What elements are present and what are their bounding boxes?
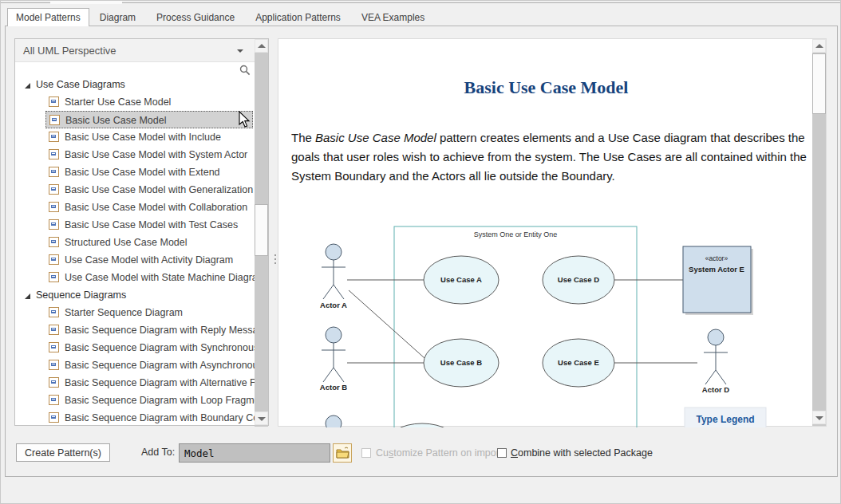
- scrollbar-thumb[interactable]: [255, 204, 268, 256]
- diagram-icon: [49, 342, 59, 352]
- use-case-d-label: Use Case D: [558, 275, 599, 284]
- diagram-icon: [49, 395, 59, 405]
- tree-item[interactable]: Use Case Model with State Machine Diagra…: [45, 269, 253, 286]
- tree-item[interactable]: Basic Sequence Diagram with Asynchronous…: [45, 356, 253, 374]
- description-italic-text: Basic Use Case Model: [315, 131, 436, 144]
- tab-strip: Model Patterns Diagram Process Guidance …: [7, 8, 435, 26]
- tab-diagram[interactable]: Diagram: [89, 9, 146, 26]
- panel-splitter[interactable]: [274, 252, 277, 270]
- add-to-label: Add To:: [141, 443, 175, 462]
- diagram-icon: [49, 184, 59, 195]
- collapse-triangle-icon[interactable]: [25, 293, 30, 299]
- scroll-up-button[interactable]: [812, 39, 826, 53]
- actor-d-label: Actor D: [702, 385, 729, 394]
- arrow-up-icon: [258, 44, 266, 48]
- tree-scrollbar[interactable]: [255, 39, 268, 427]
- window-top-border: [1, 2, 840, 3]
- scrollbar-thumb[interactable]: [812, 53, 826, 114]
- type-legend-box: Type Legend: [685, 408, 766, 427]
- use-case-b-label: Use Case B: [440, 358, 482, 367]
- tree-item-selected[interactable]: Basic Use Case Model: [45, 111, 253, 128]
- system-actor-stereotype: «actor»: [705, 254, 728, 262]
- pattern-tree-panel: All UML Perspective Use Case Diagrams St…: [14, 38, 269, 426]
- window-top-border-gap: [50, 1, 122, 4]
- system-boundary-label: System One or Entity One: [474, 230, 558, 238]
- preview-description: The Basic Use Case Model pattern creates…: [291, 128, 815, 186]
- diagram-icon: [49, 254, 59, 265]
- tree-item[interactable]: Basic Use Case Model with Generalization: [45, 181, 253, 199]
- scroll-up-button[interactable]: [255, 39, 268, 53]
- customize-pattern-label: Customize Pattern on import: [376, 443, 502, 462]
- tree-item[interactable]: Basic Use Case Model with System Actor: [45, 146, 253, 163]
- collapse-triangle-icon[interactable]: [25, 83, 30, 89]
- type-legend-title: Type Legend: [696, 414, 754, 425]
- tree-item-label: Basic Sequence Diagram with Loop Fragmen…: [65, 392, 255, 409]
- tree-item[interactable]: Structured Use Case Model: [45, 234, 253, 251]
- tree-item[interactable]: Basic Use Case Model with Test Cases: [45, 216, 253, 234]
- tree-item[interactable]: Basic Use Case Model with Collaboration: [45, 199, 253, 216]
- tree-item-label: Structured Use Case Model: [65, 234, 188, 251]
- tree-item[interactable]: Basic Use Case Model with Include: [45, 128, 253, 146]
- description-text: The: [291, 131, 315, 144]
- tree-group-use-case-diagrams[interactable]: Use Case Diagrams: [15, 76, 255, 93]
- tree-item-label: Basic Use Case Model with Test Cases: [65, 216, 238, 234]
- perspective-dropdown[interactable]: All UML Perspective: [15, 39, 255, 62]
- browse-folder-button[interactable]: [333, 443, 352, 463]
- diagram-icon: [49, 202, 59, 212]
- tab-model-patterns[interactable]: Model Patterns: [7, 8, 89, 26]
- preview-title: Basic Use Case Model: [278, 77, 814, 98]
- diagram-icon: [49, 377, 59, 388]
- tab-application-patterns[interactable]: Application Patterns: [245, 9, 351, 26]
- add-to-input[interactable]: [179, 443, 330, 463]
- actor-b-label: Actor B: [320, 383, 347, 392]
- mouse-cursor: [239, 111, 251, 128]
- actor-a-label: Actor A: [320, 301, 347, 309]
- arrow-up-icon: [815, 44, 823, 48]
- tree-item[interactable]: Basic Sequence Diagram with Boundary Con…: [45, 409, 253, 427]
- tree-item-label: Basic Sequence Diagram with Boundary Con…: [65, 409, 255, 427]
- use-case-ellipses: Use Case A Use Case D Use Case B Use Cas…: [385, 256, 614, 427]
- chevron-down-icon: [237, 49, 243, 53]
- tree-item-label: Basic Use Case Model with System Actor: [65, 146, 247, 163]
- diagram-icon: [49, 412, 59, 423]
- system-actor-box: «actor» System Actor E: [683, 246, 753, 315]
- tree-group-sequence-diagrams[interactable]: Sequence Diagrams: [15, 286, 255, 304]
- tree-item-label: Basic Use Case Model: [65, 112, 166, 129]
- diagram-icon: [49, 237, 59, 247]
- tree-item[interactable]: Basic Sequence Diagram with Alternative …: [45, 374, 253, 392]
- scroll-down-button[interactable]: [812, 411, 826, 424]
- tree-item[interactable]: Basic Sequence Diagram with Reply Messag…: [45, 321, 253, 339]
- tree-item-label: Basic Sequence Diagram with Reply Messag…: [65, 321, 255, 339]
- model-patterns-page: All UML Perspective Use Case Diagrams St…: [5, 26, 838, 477]
- search-icon[interactable]: [239, 65, 251, 76]
- scroll-down-button[interactable]: [255, 411, 268, 425]
- diagram-icon: [49, 167, 59, 177]
- tree-item[interactable]: Starter Use Case Model: [45, 93, 253, 111]
- customize-pattern-checkbox[interactable]: [361, 448, 371, 458]
- actor-d-figure: [704, 329, 728, 384]
- tree-item-label: Basic Use Case Model with Include: [65, 128, 221, 146]
- system-actor-name: System Actor E: [689, 265, 744, 274]
- create-pattern-button[interactable]: Create Pattern(s): [16, 443, 110, 462]
- pattern-tree: Use Case Diagrams Starter Use Case Model…: [15, 76, 255, 427]
- label-text: Cu: [376, 447, 389, 459]
- tree-item[interactable]: Basic Sequence Diagram with Synchronous …: [45, 339, 253, 356]
- combine-package-checkbox[interactable]: [497, 448, 507, 458]
- label-text: ombine with selected Package: [518, 447, 653, 459]
- tab-vea-examples[interactable]: VEA Examples: [351, 9, 435, 26]
- preview-scrollbar[interactable]: [812, 39, 826, 426]
- tree-group-label: Use Case Diagrams: [36, 79, 125, 90]
- model-patterns-window: Model Patterns Diagram Process Guidance …: [0, 0, 841, 504]
- tree-item[interactable]: Basic Sequence Diagram with Loop Fragmen…: [45, 392, 253, 409]
- diagram-icon: [49, 149, 59, 159]
- tree-item[interactable]: Basic Use Case Model with Extend: [45, 163, 253, 181]
- tab-process-guidance[interactable]: Process Guidance: [146, 9, 245, 26]
- label-text: tomize Pattern on import: [393, 447, 502, 459]
- tree-item-label: Basic Use Case Model with Generalization: [65, 181, 253, 199]
- use-case-diagram-preview: System One or Entity One Use Case: [278, 215, 814, 427]
- tree-item[interactable]: Starter Sequence Diagram: [45, 304, 253, 321]
- tree-item[interactable]: Use Case Model with Activity Diagram: [45, 251, 253, 269]
- diagram-icon: [49, 115, 60, 125]
- mnemonic-letter: C: [511, 447, 518, 459]
- tree-item-label: Use Case Model with State Machine Diagra…: [65, 269, 255, 286]
